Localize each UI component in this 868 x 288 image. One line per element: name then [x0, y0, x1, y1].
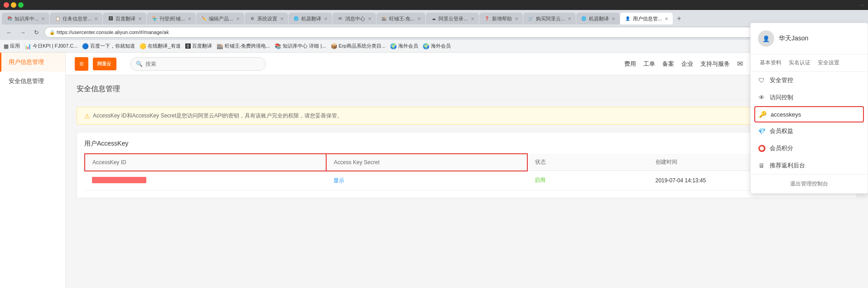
dropdown-menu-item-referral[interactable]: 🖥 推荐返利后台: [751, 157, 868, 174]
dropdown-menu-icon-referral: 🖥: [758, 162, 765, 169]
nav-filing[interactable]: 备案: [662, 60, 674, 68]
search-input[interactable]: [145, 61, 260, 67]
tab-favicon-2: 🅱: [107, 15, 114, 22]
search-bar[interactable]: 🔍: [130, 57, 266, 71]
access-table: AccessKey ID Access Key Secret 状态 创建时间: [84, 153, 849, 190]
tab-close-4[interactable]: ✕: [236, 16, 240, 21]
column-header-id: AccessKey ID: [85, 154, 326, 171]
tab-close-13[interactable]: ✕: [665, 16, 668, 21]
tab-close-6[interactable]: ✕: [324, 16, 328, 21]
tab-close-11[interactable]: ✕: [568, 16, 571, 21]
browser-tab-11[interactable]: 🛒 购买阿里云... ✕: [523, 13, 576, 24]
url-bar[interactable]: 🔒 https://usercenter.console.aliyun.com/…: [44, 27, 837, 38]
dropdown-avatar-icon: 👤: [762, 35, 770, 42]
tab-close-3[interactable]: ✕: [188, 16, 191, 21]
tab-close-2[interactable]: ✕: [138, 16, 142, 21]
title-bar-menu[interactable]: ⋯: [860, 3, 864, 8]
tab-close-12[interactable]: ✕: [612, 16, 615, 21]
dropdown-menu-icon-member-benefits: 💎: [758, 127, 765, 135]
browser-tab-12[interactable]: 🌐 机器翻译 ✕: [576, 13, 620, 24]
sidebar-item-security-management[interactable]: 安全信息管理: [0, 72, 65, 91]
nav-support[interactable]: 支持与服务: [700, 60, 730, 68]
tab-label-1: 任务信息管...: [63, 15, 92, 22]
dropdown-menu-label-accesskeys: accesskeys: [771, 111, 801, 118]
alert-icon: ⚠: [84, 112, 90, 120]
svg-text:阿里云: 阿里云: [97, 61, 111, 66]
nav-enterprise[interactable]: 企业: [681, 60, 693, 68]
tab-favicon-5: ⚙: [249, 15, 256, 22]
tab-close-10[interactable]: ✕: [515, 16, 518, 21]
browser-tab-9[interactable]: ☁ 阿里云登录... ✕: [426, 13, 478, 24]
tab-close-0[interactable]: ✕: [41, 16, 45, 21]
hamburger-button[interactable]: ≡: [75, 57, 88, 71]
tab-favicon-0: 📚: [6, 15, 13, 22]
dropdown-menu-item-accesskeys[interactable]: 🔑 accesskeys: [754, 106, 864, 122]
browser-tab-13[interactable]: 👤 用户信息管... ✕: [620, 13, 673, 24]
bookmark-item-7[interactable]: 📦Erp商品系统分类目...: [331, 43, 386, 49]
bookmark-item-0[interactable]: ▦应用: [4, 43, 20, 49]
show-secret-link[interactable]: 显示: [333, 177, 344, 184]
dropdown-menu-item-access-control[interactable]: 👁 访问控制: [751, 89, 868, 106]
dropdown-menu-item-security-control[interactable]: 🛡 安全管控: [751, 72, 868, 89]
address-bar: ← → ↻ 🔒 https://usercenter.console.aliyu…: [0, 24, 868, 40]
tab-label-11: 购买阿里云...: [536, 15, 565, 22]
dropdown-username: 华天Jason: [779, 34, 808, 43]
message-icon[interactable]: ✉: [737, 59, 743, 68]
dropdown-menu-icon-security-control: 🛡: [758, 77, 765, 84]
sidebar-item-user-management[interactable]: 用户信息管理: [0, 53, 65, 72]
new-tab-button[interactable]: +: [673, 13, 685, 24]
bookmark-item-9[interactable]: 🌍海外会员: [423, 43, 451, 49]
minimize-btn[interactable]: [11, 2, 16, 8]
dropdown-tab-security[interactable]: 安全设置: [816, 58, 841, 68]
browser-tab-8[interactable]: 🏬 旺铺王-免... ✕: [376, 13, 426, 24]
dropdown-tab-basic[interactable]: 基本资料: [758, 58, 783, 68]
aliyun-logo: 阿里云: [93, 58, 116, 70]
tab-label-4: 编辑产品...: [209, 15, 233, 22]
browser-tab-0[interactable]: 📚 知识库中... ✕: [2, 13, 49, 24]
tab-close-8[interactable]: ✕: [417, 16, 421, 21]
tab-close-5[interactable]: ✕: [280, 16, 284, 21]
browser-tab-3[interactable]: 🏪 刊登|旺铺... ✕: [147, 13, 196, 24]
browser-tab-1[interactable]: 📋 任务信息管... ✕: [50, 13, 102, 24]
tab-favicon-9: ☁: [430, 15, 437, 22]
dropdown-tab-realname[interactable]: 实名认证: [787, 58, 812, 68]
browser-tab-7[interactable]: ✉ 消息中心 ✕: [333, 13, 376, 24]
refresh-button[interactable]: ↻: [31, 27, 42, 38]
column-header-secret: Access Key Secret: [326, 154, 527, 171]
dropdown-menu-label-member-points: 会员积分: [770, 144, 793, 152]
bookmark-item-2[interactable]: 🔵百度一下，你就知道: [82, 43, 135, 49]
tab-close-9[interactable]: ✕: [471, 16, 474, 21]
nav-fees[interactable]: 费用: [624, 60, 636, 68]
logout-link[interactable]: 退出管理控制台: [790, 181, 828, 187]
dropdown-tabs: 基本资料 实名认证 安全设置: [751, 54, 868, 72]
forward-button[interactable]: →: [17, 27, 28, 38]
tab-close-7[interactable]: ✕: [368, 16, 371, 21]
bookmark-item-6[interactable]: 📚知识库中心 详细 |...: [275, 43, 326, 49]
tab-favicon-13: 👤: [625, 15, 631, 22]
back-button[interactable]: ←: [4, 27, 14, 38]
close-btn[interactable]: [4, 2, 9, 8]
page-title: 安全信息管理: [77, 84, 857, 100]
browser-tab-2[interactable]: 🅱 百度翻译 ✕: [103, 13, 146, 24]
dropdown-menu-item-member-benefits[interactable]: 💎 会员权益: [751, 122, 868, 140]
tab-close-1[interactable]: ✕: [94, 16, 98, 21]
browser-tab-6[interactable]: 🌐 机器翻译 ✕: [289, 13, 332, 24]
bookmark-item-1[interactable]: 📊今日KPI | FJ007.C...: [24, 43, 77, 49]
browser-tab-4[interactable]: ✏️ 编辑产品... ✕: [196, 13, 244, 24]
browser-tab-5[interactable]: ⚙ 系统设置 ✕: [245, 13, 288, 24]
maximize-btn[interactable]: [18, 2, 24, 8]
table-section: 用户AccessKey AccessKey ID Access Key Secr…: [77, 132, 857, 198]
bookmark-item-4[interactable]: 🅱百度翻译: [185, 43, 212, 49]
dropdown-menu-label-referral: 推荐返利后台: [770, 161, 805, 170]
tab-favicon-11: 🛒: [528, 15, 534, 22]
dropdown-menu-item-member-points[interactable]: ⭕ 会员积分: [751, 140, 868, 157]
status-badge: 启用: [535, 177, 545, 183]
nav-workorder[interactable]: 工单: [643, 60, 655, 68]
bookmark-item-3[interactable]: 🟡在线翻译_有道: [140, 43, 180, 49]
bookmark-item-8[interactable]: 🌍海外会员: [390, 43, 418, 49]
bookmark-item-5[interactable]: 🏬旺铺王-免费跨境电...: [217, 43, 270, 49]
tab-label-9: 阿里云登录...: [439, 15, 468, 22]
tab-label-7: 消息中心: [345, 15, 365, 22]
browser-tab-10[interactable]: ❓ 新增帮助 ✕: [479, 13, 523, 24]
tab-label-0: 知识库中...: [14, 15, 39, 22]
